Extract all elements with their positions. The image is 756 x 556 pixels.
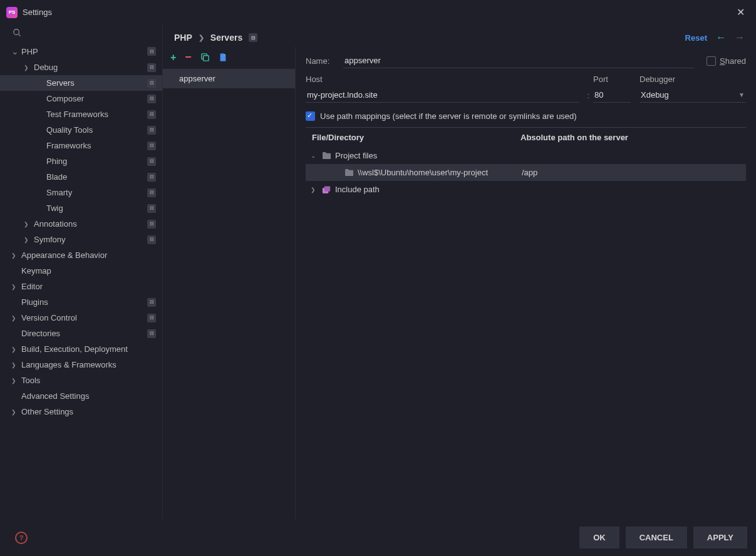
project-badge-icon: ⊟	[147, 63, 156, 72]
tree-item-label: Keymap	[21, 266, 51, 275]
chevron-right-icon: ❯	[24, 221, 33, 227]
apply-button[interactable]: APPLY	[693, 527, 747, 548]
tree-item-label: Blade	[46, 172, 67, 182]
project-badge-icon: ⊟	[147, 220, 156, 229]
tree-item-blade[interactable]: Blade⊟	[0, 169, 162, 185]
path-row[interactable]: ⌄Project files	[306, 147, 746, 164]
tree-item-annotations[interactable]: ❯Annotations⊟	[0, 216, 162, 232]
server-list-panel: + − appserver	[163, 47, 296, 519]
chevron-right-icon: ❯	[11, 252, 20, 259]
path-mappings-table: File/Directory Absolute path on the serv…	[306, 127, 746, 198]
server-item-appserver[interactable]: appserver	[163, 69, 295, 88]
tree-item-build-execution-deployment[interactable]: ❯Build, Execution, Deployment	[0, 341, 162, 357]
tree-item-label: Version Control	[21, 313, 77, 322]
tree-item-label: Phing	[46, 157, 67, 166]
path-mappings-label: Use path mappings (select if the server …	[320, 111, 577, 121]
chevron-down-icon: ⌄	[311, 152, 319, 159]
chevron-right-icon: ❯	[24, 237, 33, 243]
shared-label: SSharedhared	[720, 56, 746, 66]
project-badge-icon: ⊟	[147, 173, 156, 182]
tree-item-plugins[interactable]: Plugins⊟	[0, 294, 162, 310]
path-row[interactable]: ❯Include path	[306, 181, 746, 198]
project-badge-icon: ⊟	[147, 188, 156, 197]
app-icon: PS	[6, 7, 18, 18]
tree-item-other-settings[interactable]: ❯Other Settings	[0, 404, 162, 420]
port-label: Port	[593, 75, 631, 84]
reset-link[interactable]: Reset	[685, 33, 707, 43]
tree-item-appearance-behavior[interactable]: ❯Appearance & Behavior	[0, 247, 162, 263]
tree-item-languages-frameworks[interactable]: ❯Languages & Frameworks	[0, 357, 162, 373]
project-badge-icon: ⊟	[147, 329, 156, 338]
tree-item-version-control[interactable]: ❯Version Control⊟	[0, 310, 162, 326]
copy-server-icon[interactable]	[200, 53, 210, 62]
tree-item-label: Plugins	[21, 297, 48, 307]
tree-item-twig[interactable]: Twig⊟	[0, 200, 162, 216]
tree-item-label: Frameworks	[46, 141, 91, 150]
help-icon[interactable]: ?	[15, 532, 28, 544]
tree-item-tools[interactable]: ❯Tools	[0, 373, 162, 388]
tree-item-composer[interactable]: Composer⊟	[0, 91, 162, 106]
tree-item-phing[interactable]: Phing⊟	[0, 153, 162, 169]
column-absolute-path: Absolute path on the server	[520, 133, 740, 142]
back-icon[interactable]: ←	[716, 32, 726, 43]
tree-item-label: Symfony	[34, 235, 66, 244]
port-input[interactable]	[593, 88, 631, 103]
tree-item-editor[interactable]: ❯Editor	[0, 279, 162, 294]
tree-item-symfony[interactable]: ❯Symfony⊟	[0, 232, 162, 247]
tree-item-php[interactable]: ⌄PHP⊟	[0, 43, 162, 59]
window-title: Settings	[23, 8, 52, 17]
tree-item-label: Appearance & Behavior	[21, 250, 107, 260]
tree-item-test-frameworks[interactable]: Test Frameworks⊟	[0, 106, 162, 122]
tree-item-servers[interactable]: Servers⊟	[0, 75, 162, 91]
tree-item-directories[interactable]: Directories⊟	[0, 326, 162, 341]
chevron-right-icon: ❯	[199, 34, 204, 42]
chevron-down-icon: ⌄	[11, 46, 20, 56]
tree-item-label: Other Settings	[21, 407, 73, 416]
cancel-button[interactable]: CANCEL	[626, 527, 687, 548]
chevron-right-icon: ❯	[11, 284, 20, 290]
import-server-icon[interactable]	[219, 53, 227, 62]
project-badge-icon: ⊟	[147, 204, 156, 213]
tree-item-quality-tools[interactable]: Quality Tools⊟	[0, 122, 162, 138]
forward-icon[interactable]: →	[735, 32, 745, 43]
tree-item-smarty[interactable]: Smarty⊟	[0, 185, 162, 200]
tree-item-keymap[interactable]: Keymap	[0, 263, 162, 279]
tree-item-label: Build, Execution, Deployment	[21, 344, 128, 354]
ok-button[interactable]: OK	[579, 527, 619, 548]
settings-tree: ⌄PHP⊟❯Debug⊟Servers⊟Composer⊟Test Framew…	[0, 43, 162, 519]
project-badge-icon: ⊟	[147, 47, 156, 56]
project-badge-icon: ⊟	[147, 110, 156, 119]
path-label: Include path	[335, 185, 522, 194]
shared-checkbox[interactable]: SSharedhared	[707, 56, 746, 66]
chevron-right-icon: ❯	[11, 346, 20, 353]
close-icon[interactable]: ✕	[732, 4, 750, 21]
tree-item-label: Servers	[46, 78, 75, 88]
path-mappings-checkbox[interactable]	[306, 111, 315, 121]
debugger-select[interactable]: Xdebug ▼	[639, 88, 746, 103]
breadcrumb: PHP ❯ Servers ⊟	[174, 33, 257, 43]
breadcrumb-root[interactable]: PHP	[174, 33, 192, 43]
debugger-label: Debugger	[639, 75, 746, 84]
tree-item-debug[interactable]: ❯Debug⊟	[0, 59, 162, 75]
path-row[interactable]: \\wsl$\Ubuntu\home\user\my-project/app	[306, 164, 746, 181]
svg-rect-3	[324, 186, 330, 191]
svg-rect-1	[204, 56, 209, 61]
tree-item-frameworks[interactable]: Frameworks⊟	[0, 138, 162, 153]
breadcrumb-current: Servers	[210, 33, 242, 43]
tree-item-advanced-settings[interactable]: Advanced Settings	[0, 388, 162, 404]
debugger-value: Xdebug	[641, 90, 669, 100]
server-form: Name: SSharedhared Host :	[296, 47, 756, 519]
host-input[interactable]	[306, 88, 579, 103]
project-badge-icon: ⊟	[147, 95, 156, 103]
checkbox-icon[interactable]	[707, 56, 716, 66]
tree-item-label: Composer	[46, 94, 84, 103]
project-badge-icon: ⊟	[249, 33, 257, 42]
absolute-path[interactable]: /app	[522, 168, 741, 177]
chevron-right-icon: ❯	[11, 378, 20, 384]
project-badge-icon: ⊟	[147, 157, 156, 166]
add-server-icon[interactable]: +	[170, 52, 176, 63]
remove-server-icon[interactable]: −	[185, 51, 192, 64]
search-icon[interactable]	[13, 28, 156, 37]
settings-sidebar: ⌄PHP⊟❯Debug⊟Servers⊟Composer⊟Test Framew…	[0, 24, 163, 519]
name-input[interactable]	[343, 53, 694, 68]
